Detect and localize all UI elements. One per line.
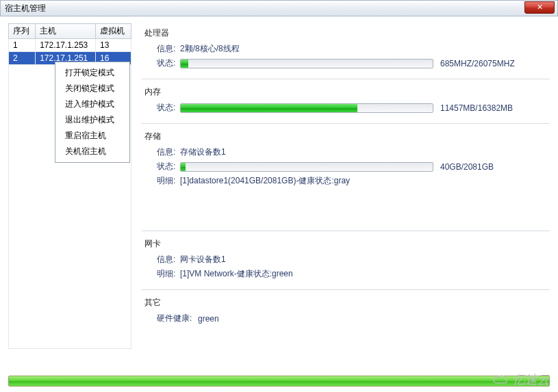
section-memory: 内存 状态: 11457MB/16382MB <box>142 82 550 124</box>
health-value: green <box>198 314 219 324</box>
storage-detail-value: [1]datastore1(2041GB/2081GB)-健康状态:gray <box>180 175 350 187</box>
col-vm-header[interactable]: 虚拟机 <box>96 24 131 39</box>
cpu-status-row: 状态: 685MHZ/26075MHZ <box>157 57 547 69</box>
body-area: 序列 主机 虚拟机 1 172.17.1.253 13 2 172.17.1.2… <box>0 16 558 354</box>
section-nic: 网卡 信息: 网卡设备数1 明细: [1]VM Network-健康状态:gre… <box>142 234 550 290</box>
section-title: 其它 <box>144 297 547 309</box>
section-storage: 存储 信息: 存储设备数1 状态: 40GB/2081GB 明细: [1]dat… <box>142 127 550 231</box>
storage-info-row: 信息: 存储设备数1 <box>157 146 547 158</box>
table-row[interactable]: 1 172.17.1.253 13 <box>9 39 131 52</box>
storage-status-text: 40GB/2081GB <box>440 162 494 172</box>
watermark-text: 亿速云 <box>513 371 550 388</box>
cell-seq: 2 <box>9 52 36 65</box>
menu-item-lock-on[interactable]: 打开锁定模式 <box>55 65 129 81</box>
storage-progress-fill <box>181 163 186 171</box>
cell-host: 172.17.1.253 <box>36 39 96 52</box>
storage-info-value: 存储设备数1 <box>180 146 226 158</box>
info-label: 信息: <box>157 43 180 55</box>
menu-item-shutdown[interactable]: 关机宿主机 <box>55 144 129 159</box>
window-title: 宿主机管理 <box>5 3 46 13</box>
detail-label: 明细: <box>157 175 180 187</box>
titlebar: 宿主机管理 ✕ <box>0 0 558 16</box>
status-label: 状态: <box>157 161 180 172</box>
section-title: 处理器 <box>144 27 547 39</box>
mem-status-text: 11457MB/16382MB <box>440 103 513 113</box>
status-label: 状态: <box>157 57 180 69</box>
section-cpu: 处理器 信息: 2颗/8核心/8线程 状态: 685MHZ/26075MHZ <box>142 23 550 79</box>
cell-seq: 1 <box>9 39 36 52</box>
menu-item-reboot[interactable]: 重启宿主机 <box>55 128 129 144</box>
health-label: 硬件健康: <box>157 313 198 324</box>
cpu-progress-fill <box>181 60 188 68</box>
cell-vm: 13 <box>96 39 131 52</box>
context-menu: 打开锁定模式 关闭锁定模式 进入维护模式 退出维护模式 重启宿主机 关机宿主机 <box>55 62 130 163</box>
cloud-icon <box>491 374 510 386</box>
section-title: 内存 <box>144 86 547 98</box>
other-health-row: 硬件健康: green <box>157 313 547 324</box>
cpu-status-text: 685MHZ/26075MHZ <box>440 59 515 68</box>
cpu-progress-bar <box>180 59 433 68</box>
bottom-progress-bar <box>8 376 550 387</box>
menu-item-lock-off[interactable]: 关闭锁定模式 <box>55 81 129 96</box>
nic-info-value: 网卡设备数1 <box>180 254 226 265</box>
menu-item-maint-exit[interactable]: 退出维护模式 <box>55 112 129 128</box>
section-other: 其它 硬件健康: green <box>142 293 550 334</box>
section-title: 网卡 <box>144 238 547 250</box>
nic-detail-value: [1]VM Network-健康状态:green <box>180 268 293 280</box>
nic-detail-row: 明细: [1]VM Network-健康状态:green <box>157 268 547 280</box>
info-label: 信息: <box>157 146 180 158</box>
menu-item-maint-enter[interactable]: 进入维护模式 <box>55 96 129 112</box>
status-label: 状态: <box>157 102 180 114</box>
mem-progress-fill <box>181 104 357 112</box>
storage-detail-row: 明细: [1]datastore1(2041GB/2081GB)-健康状态:gr… <box>157 175 547 187</box>
detail-panel: 处理器 信息: 2颗/8核心/8线程 状态: 685MHZ/26075MHZ 内… <box>142 23 550 334</box>
watermark: 亿速云 <box>491 371 550 388</box>
cpu-info-row: 信息: 2颗/8核心/8线程 <box>157 43 547 55</box>
close-button[interactable]: ✕ <box>524 1 555 14</box>
col-host-header[interactable]: 主机 <box>36 24 96 39</box>
nic-info-row: 信息: 网卡设备数1 <box>157 254 547 265</box>
cpu-info-value: 2颗/8核心/8线程 <box>180 43 240 55</box>
mem-status-row: 状态: 11457MB/16382MB <box>157 102 547 114</box>
detail-label: 明细: <box>157 268 180 280</box>
host-table: 序列 主机 虚拟机 1 172.17.1.253 13 2 172.17.1.2… <box>8 23 131 65</box>
section-title: 存储 <box>144 131 547 142</box>
storage-progress-bar <box>180 162 433 172</box>
mem-progress-bar <box>180 103 433 113</box>
info-label: 信息: <box>157 254 180 265</box>
storage-status-row: 状态: 40GB/2081GB <box>157 161 547 172</box>
col-seq-header[interactable]: 序列 <box>9 24 36 39</box>
table-header-row: 序列 主机 虚拟机 <box>9 24 131 39</box>
